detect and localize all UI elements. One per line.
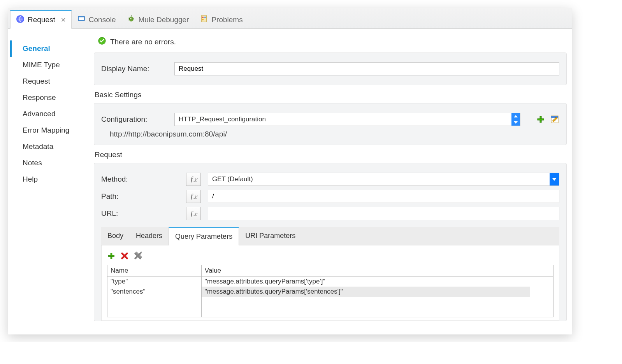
query-parameters-table: Name Value "type" "message.attributes.qu… bbox=[107, 265, 553, 317]
svg-rect-17 bbox=[109, 255, 114, 257]
svg-rect-13 bbox=[538, 119, 544, 120]
request-title: Request bbox=[95, 150, 567, 159]
path-label: Path: bbox=[101, 192, 179, 201]
tab-debugger[interactable]: Mule Debugger bbox=[121, 10, 195, 28]
sidebar-item-request[interactable]: Request bbox=[10, 73, 91, 89]
svg-rect-7 bbox=[202, 16, 207, 22]
subtab-query-parameters[interactable]: Query Parameters bbox=[169, 227, 239, 245]
svg-point-10 bbox=[202, 19, 204, 21]
main: There are no errors. Display Name: Basic… bbox=[91, 29, 572, 334]
status-text: There are no errors. bbox=[110, 38, 176, 46]
svg-point-5 bbox=[130, 18, 131, 19]
sidebar-item-response[interactable]: Response bbox=[10, 89, 91, 106]
configuration-select[interactable]: HTTP_Request_configuration bbox=[174, 113, 520, 126]
column-header-actions bbox=[530, 265, 553, 276]
column-header-name[interactable]: Name bbox=[107, 265, 202, 276]
svg-point-8 bbox=[202, 17, 204, 18]
edit-configuration-button[interactable] bbox=[550, 115, 559, 124]
status-bar: There are no errors. bbox=[94, 33, 567, 50]
configuration-label: Configuration: bbox=[101, 115, 167, 124]
select-arrows-icon bbox=[511, 113, 520, 126]
tab-problems-label: Problems bbox=[211, 16, 242, 24]
tab-problems[interactable]: Problems bbox=[194, 10, 248, 28]
bug-icon bbox=[127, 14, 135, 25]
display-name-block: Display Name: bbox=[94, 52, 567, 85]
path-input[interactable] bbox=[208, 190, 559, 203]
fx-method-button[interactable]: ƒ𝑥 bbox=[186, 173, 201, 186]
url-label: URL: bbox=[101, 209, 179, 218]
display-name-label: Display Name: bbox=[101, 65, 167, 73]
sidebar-item-notes[interactable]: Notes bbox=[10, 155, 91, 171]
body: General MIME Type Request Response Advan… bbox=[8, 29, 572, 334]
delete-all-button[interactable] bbox=[134, 252, 143, 261]
column-header-value[interactable]: Value bbox=[201, 265, 530, 276]
fx-url-button[interactable]: ƒ𝑥 bbox=[186, 207, 201, 220]
check-ok-icon bbox=[98, 37, 106, 47]
table-row[interactable]: "sentences" "message.attributes.queryPar… bbox=[107, 287, 553, 297]
sidebar-item-mime-type[interactable]: MIME Type bbox=[10, 57, 91, 73]
close-icon[interactable]: ✕ bbox=[61, 16, 66, 24]
fx-path-button[interactable]: ƒ𝑥 bbox=[186, 190, 201, 203]
configuration-url: http://http://baconipsum.com:80/api/ bbox=[110, 130, 559, 138]
tab-request[interactable]: Request ✕ bbox=[10, 10, 72, 29]
tab-console[interactable]: Console bbox=[72, 10, 121, 28]
tab-console-label: Console bbox=[89, 16, 116, 24]
display-name-input[interactable] bbox=[174, 62, 559, 75]
svg-rect-15 bbox=[551, 116, 558, 118]
sidebar-item-help[interactable]: Help bbox=[10, 171, 91, 187]
cell-name[interactable]: "sentences" bbox=[107, 287, 202, 297]
table-row[interactable]: "type" "message.attributes.queryParams['… bbox=[107, 276, 553, 287]
cell-name[interactable]: "type" bbox=[107, 276, 202, 287]
subtab-uri-parameters[interactable]: URI Parameters bbox=[239, 227, 302, 245]
url-input[interactable] bbox=[208, 207, 559, 220]
cell-value[interactable]: "message.attributes.queryParams['sentenc… bbox=[201, 287, 530, 297]
delete-row-button[interactable] bbox=[120, 252, 130, 261]
table-toolbar bbox=[107, 252, 553, 261]
sidebar-item-advanced[interactable]: Advanced bbox=[10, 106, 91, 122]
query-parameters-area: Name Value "type" "message.attributes.qu… bbox=[101, 245, 559, 321]
cell-value[interactable]: "message.attributes.queryParams['type']" bbox=[201, 276, 530, 287]
console-icon bbox=[77, 14, 86, 25]
svg-point-9 bbox=[204, 17, 206, 18]
svg-point-6 bbox=[131, 18, 132, 19]
chevron-down-icon bbox=[550, 173, 559, 186]
add-configuration-button[interactable] bbox=[536, 115, 545, 124]
sidebar-item-general[interactable]: General bbox=[10, 40, 91, 57]
sidebar-item-error-mapping[interactable]: Error Mapping bbox=[10, 122, 91, 138]
problems-icon bbox=[200, 14, 208, 25]
top-tabs-bar: Request ✕ Console Mule Debugger Problems bbox=[8, 8, 572, 29]
svg-point-4 bbox=[129, 17, 133, 22]
tab-request-label: Request bbox=[28, 16, 55, 24]
subtab-headers[interactable]: Headers bbox=[130, 227, 169, 245]
subtab-body[interactable]: Body bbox=[101, 227, 130, 245]
cell-actions bbox=[530, 287, 553, 297]
cell-actions bbox=[530, 276, 553, 287]
request-subtabs: Body Headers Query Parameters URI Parame… bbox=[101, 227, 559, 245]
tab-debugger-label: Mule Debugger bbox=[139, 16, 189, 24]
add-row-button[interactable] bbox=[107, 252, 116, 261]
request-icon bbox=[16, 15, 25, 25]
basic-settings-title: Basic Settings bbox=[95, 91, 567, 99]
method-value: GET (Default) bbox=[212, 175, 253, 183]
sidebar-item-metadata[interactable]: Metadata bbox=[10, 138, 91, 155]
method-label: Method: bbox=[101, 175, 179, 184]
sidebar: General MIME Type Request Response Advan… bbox=[8, 29, 91, 334]
method-select[interactable]: GET (Default) bbox=[208, 173, 559, 186]
svg-rect-3 bbox=[79, 17, 84, 20]
request-block: Method: ƒ𝑥 GET (Default) Path: ƒ𝑥 UR bbox=[94, 163, 567, 321]
basic-settings-block: Configuration: HTTP_Request_configuratio… bbox=[94, 103, 567, 145]
properties-panel: Request ✕ Console Mule Debugger Problems… bbox=[8, 8, 572, 334]
configuration-value: HTTP_Request_configuration bbox=[179, 116, 266, 123]
